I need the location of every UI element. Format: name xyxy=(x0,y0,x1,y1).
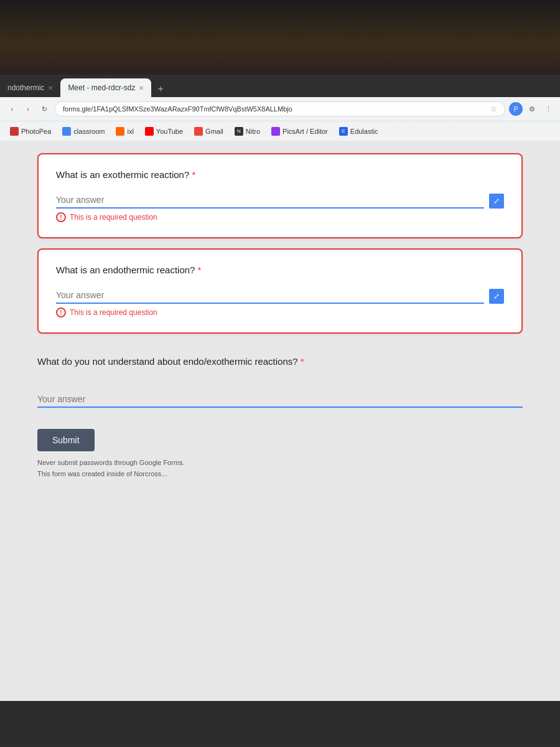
tab-bar: ndothermic ✕ Meet - med-rdcr-sdz ✕ + xyxy=(0,75,560,97)
question2-field-wrapper: ⤢ xyxy=(56,288,504,304)
address-text: forms.gle/1FA1pQLSfMXSze3WazARazxF90TmfC… xyxy=(63,105,487,113)
nav-icons: ‹ › ↻ xyxy=(5,102,51,116)
tab-close-active-icon[interactable]: ✕ xyxy=(139,85,144,92)
question3-label: What do you not understand about endo/ex… xyxy=(37,356,523,367)
form-content: What is an exothermic reaction? * ⤢ ! Th… xyxy=(37,153,523,490)
bookmark-youtube-label: YouTube xyxy=(156,128,183,135)
question1-card: What is an exothermic reaction? * ⤢ ! Th… xyxy=(37,153,523,238)
edulastic-icon: E xyxy=(339,127,348,136)
browser-chrome: ndothermic ✕ Meet - med-rdcr-sdz ✕ + ‹ ›… xyxy=(0,75,560,141)
laptop-bezel xyxy=(0,0,560,75)
address-bar[interactable]: forms.gle/1FA1pQLSfMXSze3WazARazxF90TmfC… xyxy=(55,101,505,116)
bookmark-classroom-label: classroom xyxy=(73,128,105,135)
bookmark-nitro-label: Nitro xyxy=(246,128,260,135)
tab-active[interactable]: Meet - med-rdcr-sdz ✕ xyxy=(60,78,151,97)
bookmarks-bar: PhotoPea classroom ixl YouTube Gmail N N… xyxy=(0,121,560,141)
forward-button[interactable]: › xyxy=(21,102,35,116)
youtube-icon xyxy=(145,127,154,136)
ixl-icon xyxy=(116,127,124,136)
question1-input[interactable] xyxy=(56,192,484,209)
question1-field-wrapper: ⤢ xyxy=(56,192,504,209)
bookmark-edulastic[interactable]: E Edulastic xyxy=(334,125,383,138)
bookmark-youtube[interactable]: YouTube xyxy=(140,125,188,138)
submit-button[interactable]: Submit xyxy=(37,429,95,451)
tab-close-icon[interactable]: ✕ xyxy=(48,85,53,92)
question2-error: ! This is a required question xyxy=(56,308,504,317)
bookmark-picsart-label: PicsArt / Editor xyxy=(282,128,328,135)
required-star-3: * xyxy=(298,356,304,367)
profile-icon[interactable]: P xyxy=(509,102,523,116)
gmail-icon xyxy=(194,127,203,136)
question2-expand-icon[interactable]: ⤢ xyxy=(489,289,504,304)
question1-error: ! This is a required question xyxy=(56,212,504,222)
question1-label: What is an exothermic reaction? * xyxy=(56,169,504,180)
bookmark-picsart[interactable]: PicsArt / Editor xyxy=(266,125,333,138)
menu-icon[interactable]: ⋮ xyxy=(541,102,555,116)
question2-input[interactable] xyxy=(56,288,484,304)
question2-error-text: This is a required question xyxy=(70,308,157,317)
question3-section: What do you not understand about endo/ex… xyxy=(37,344,523,414)
classroom-icon xyxy=(62,127,71,136)
right-browser-icons: P ⚙ ⋮ xyxy=(509,102,555,116)
back-button[interactable]: ‹ xyxy=(5,102,19,116)
new-tab-button[interactable]: + xyxy=(151,81,169,97)
bookmark-edulastic-label: Edulastic xyxy=(350,128,378,135)
required-star-1: * xyxy=(189,169,195,180)
footer-text-1: Never submit passwords through Google Fo… xyxy=(37,459,523,466)
error-icon-2: ! xyxy=(56,308,66,317)
tab-label: ndothermic xyxy=(7,83,44,92)
extension-icon[interactable]: ⚙ xyxy=(525,102,539,116)
bookmark-photopea-label: PhotoPea xyxy=(21,128,51,135)
question3-input[interactable] xyxy=(37,392,523,408)
question1-error-text: This is a required question xyxy=(70,213,157,222)
bookmark-photopea[interactable]: PhotoPea xyxy=(5,125,56,138)
bookmark-star-icon[interactable]: ☆ xyxy=(490,105,497,113)
bookmark-classroom[interactable]: classroom xyxy=(57,125,110,138)
question1-expand-icon[interactable]: ⤢ xyxy=(489,194,504,209)
tab-inactive[interactable]: ndothermic ✕ xyxy=(0,78,60,97)
bookmark-ixl-label: ixl xyxy=(127,128,133,135)
footer-text-2: This form was created inside of Norcross… xyxy=(37,470,523,477)
bookmark-nitro[interactable]: N Nitro xyxy=(230,125,265,138)
tab-label-active: Meet - med-rdcr-sdz xyxy=(68,83,135,92)
nitro-icon: N xyxy=(235,127,243,136)
question2-label: What is an endothermic reaction? * xyxy=(56,265,504,275)
bookmark-gmail-label: Gmail xyxy=(205,128,223,135)
photopea-icon xyxy=(10,127,19,136)
submit-section: Submit Never submit passwords through Go… xyxy=(37,424,523,490)
bookmark-gmail[interactable]: Gmail xyxy=(189,125,228,138)
picsart-icon xyxy=(271,127,280,136)
required-star-2: * xyxy=(195,265,201,275)
error-icon-1: ! xyxy=(56,212,66,222)
bookmark-ixl[interactable]: ixl xyxy=(111,125,138,138)
question2-card: What is an endothermic reaction? * ⤢ ! T… xyxy=(37,248,523,334)
address-bar-row: ‹ › ↻ forms.gle/1FA1pQLSfMXSze3WazARazxF… xyxy=(0,97,560,121)
main-content: What is an exothermic reaction? * ⤢ ! Th… xyxy=(0,141,560,701)
reload-button[interactable]: ↻ xyxy=(37,102,51,116)
